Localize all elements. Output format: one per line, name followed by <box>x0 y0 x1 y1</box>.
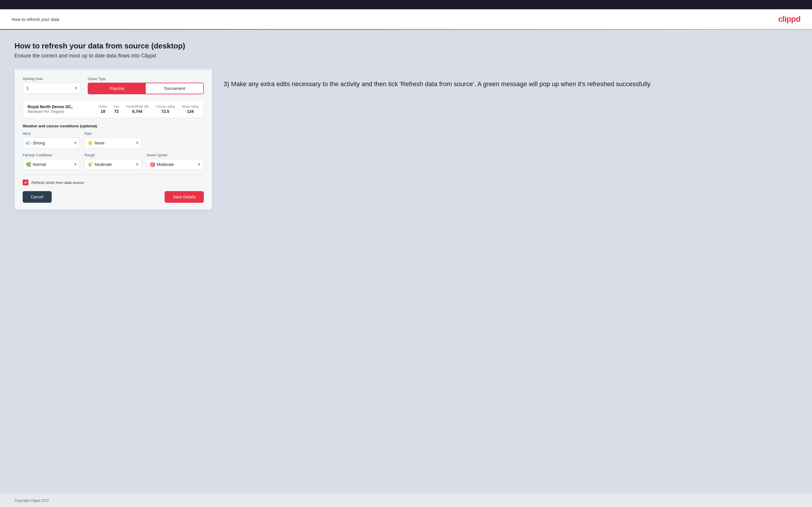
fairway-select[interactable]: Normal Firm Soft <box>22 159 80 170</box>
refresh-checkbox-label: Refresh shots from data source <box>31 180 84 185</box>
tournament-button[interactable]: Tournament <box>146 83 203 94</box>
logo: clippd <box>778 14 800 24</box>
side-description: 3) Make any extra edits necessary to the… <box>223 79 798 89</box>
course-stats: Holes 18 Par 72 Yards/White (M) 6,744 <box>99 105 199 114</box>
course-stat-holes: Holes 18 <box>99 105 107 114</box>
course-stat-slope: Slope rating 134 <box>182 105 199 114</box>
checkbox-row[interactable]: Refresh shots from data source <box>22 179 204 185</box>
conditions-row-fairway-rough-green: Fairway Conditions 🌿 Normal Firm Soft ▼ <box>22 153 204 170</box>
yards-value: 6,744 <box>132 109 142 114</box>
game-type-label: Game Type <box>88 77 204 81</box>
practice-button[interactable]: Practice <box>88 83 146 94</box>
fairway-select-wrapper: 🌿 Normal Firm Soft ▼ <box>22 159 80 170</box>
course-location: Westward Ho!, England <box>28 110 93 114</box>
wind-select-wrapper: 💨 Strong Light None ▼ <box>22 137 80 149</box>
fairway-group: Fairway Conditions 🌿 Normal Firm Soft ▼ <box>22 153 80 170</box>
slope-rating-label: Slope rating <box>182 105 199 108</box>
holes-value: 18 <box>101 109 105 114</box>
divider <box>22 175 204 175</box>
form-inner: Starting Hole 1 10 ▼ Game Type Practi <box>14 70 212 210</box>
refresh-checkbox[interactable] <box>22 179 29 185</box>
conditions-row-wind-rain: Wind 💨 Strong Light None ▼ Rain <box>22 132 204 149</box>
starting-hole-wrapper: 1 10 ▼ <box>22 83 81 94</box>
green-speed-group: Green Speed 🎯 Moderate Slow Fast ▼ <box>147 153 204 170</box>
course-stat-par: Par 72 <box>114 105 119 114</box>
conditions-section-title: Weather and course conditions (optional) <box>22 124 204 128</box>
starting-hole-group: Starting Hole 1 10 ▼ <box>22 77 81 94</box>
starting-hole-select[interactable]: 1 10 <box>22 83 81 94</box>
wind-label: Wind <box>22 132 80 136</box>
wind-select[interactable]: Strong Light None <box>22 137 80 149</box>
par-label: Par <box>114 105 119 108</box>
course-info-box: Royal North Devon GC, Westward Ho!, Engl… <box>22 100 204 118</box>
form-top-strip <box>14 68 212 70</box>
footer-copyright: Copyright Clippd 2022 <box>14 499 49 503</box>
cancel-button[interactable]: Cancel <box>22 191 52 203</box>
holes-label: Holes <box>99 105 107 108</box>
form-row-top: Starting Hole 1 10 ▼ Game Type Practi <box>22 77 204 94</box>
course-stat-yards: Yards/White (M) 6,744 <box>126 105 149 114</box>
course-stat-course-rating: Course rating 72.5 <box>156 105 175 114</box>
course-name-area: Royal North Devon GC, Westward Ho!, Engl… <box>28 104 93 114</box>
wind-group: Wind 💨 Strong Light None ▼ <box>22 132 80 149</box>
main-content: How to refresh your data from source (de… <box>0 30 812 494</box>
footer: Copyright Clippd 2022 <box>0 494 812 507</box>
side-text: 3) Make any extra edits necessary to the… <box>223 68 798 89</box>
rain-group: Rain ☀️ None Light Heavy ▼ <box>85 132 142 149</box>
green-speed-label: Green Speed <box>147 153 204 157</box>
page-heading: How to refresh your data from source (de… <box>14 42 798 51</box>
rough-label: Rough <box>85 153 142 157</box>
yards-label: Yards/White (M) <box>126 105 149 108</box>
rough-select-wrapper: 🌾 Moderate Light Heavy ▼ <box>85 159 142 170</box>
rough-select[interactable]: Moderate Light Heavy <box>85 159 142 170</box>
game-type-toggle: Practice Tournament <box>88 83 204 94</box>
course-rating-label: Course rating <box>156 105 175 108</box>
top-bar <box>0 0 812 9</box>
par-value: 72 <box>114 109 119 114</box>
fairway-label: Fairway Conditions <box>22 153 80 157</box>
form-panel: Starting Hole 1 10 ▼ Game Type Practi <box>14 68 212 210</box>
game-type-group: Game Type Practice Tournament <box>88 77 204 94</box>
header-title: How to refresh your data <box>12 17 59 22</box>
green-speed-select[interactable]: Moderate Slow Fast <box>147 159 204 170</box>
form-actions: Cancel Save Details <box>22 191 204 203</box>
rain-label: Rain <box>85 132 142 136</box>
course-name: Royal North Devon GC, <box>28 104 93 109</box>
rough-group: Rough 🌾 Moderate Light Heavy ▼ <box>85 153 142 170</box>
save-button[interactable]: Save Details <box>165 191 204 203</box>
green-speed-select-wrapper: 🎯 Moderate Slow Fast ▼ <box>147 159 204 170</box>
check-icon <box>24 181 27 184</box>
rain-select-wrapper: ☀️ None Light Heavy ▼ <box>85 137 142 149</box>
slope-rating-value: 134 <box>187 109 194 114</box>
header: How to refresh your data clippd <box>0 9 812 29</box>
rain-select[interactable]: None Light Heavy <box>85 137 142 149</box>
course-rating-value: 72.5 <box>161 109 169 114</box>
page-subheading: Ensure the correct and most up to date d… <box>14 53 798 59</box>
content-area: Starting Hole 1 10 ▼ Game Type Practi <box>14 68 798 210</box>
starting-hole-label: Starting Hole <box>22 77 81 81</box>
